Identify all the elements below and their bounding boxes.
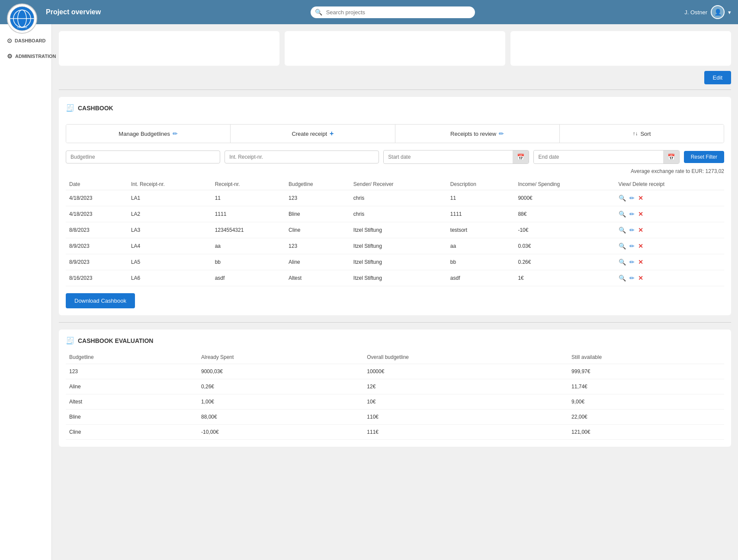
edit-receipt-icon[interactable]: ✏: [629, 211, 635, 218]
cell-budgetline: 123: [285, 190, 350, 206]
cashbook-table: Date Int. Receipt-nr. Receipt-nr. Budget…: [66, 179, 724, 286]
cell-date: 8/16/2023: [66, 270, 128, 286]
table-header-row: Date Int. Receipt-nr. Receipt-nr. Budget…: [66, 179, 724, 190]
end-date-input[interactable]: [534, 151, 663, 163]
cell-income-spending: 0.03€: [514, 238, 615, 254]
tab-sort-label: Sort: [640, 131, 651, 137]
cell-receipt-nr: asdf: [212, 270, 285, 286]
delete-receipt-icon[interactable]: ✕: [638, 243, 643, 250]
view-icon[interactable]: 🔍: [619, 211, 626, 218]
eval-cell-overall: 10€: [363, 394, 568, 410]
cell-date: 4/18/2023: [66, 190, 128, 206]
edit-receipt-icon[interactable]: ✏: [629, 259, 635, 266]
dashboard-icon: ⊙: [7, 37, 12, 44]
delete-receipt-icon[interactable]: ✕: [638, 259, 643, 266]
cell-date: 8/8/2023: [66, 222, 128, 238]
eval-table-row: Cline -10,00€ 111€ 121,00€: [66, 425, 724, 440]
cell-description: asdf: [447, 270, 515, 286]
eval-cell-budgetline: Altest: [66, 394, 198, 410]
tab-create-receipt[interactable]: Create receipt +: [231, 125, 395, 143]
col-budgetline: Budgetline: [285, 179, 350, 190]
sidebar-item-label: ADMINISTRATION: [15, 54, 56, 59]
avg-rate-label: Average exchange rate to EUR:: [631, 168, 704, 174]
user-menu[interactable]: J. Ostner 👤 ▾: [684, 5, 731, 19]
end-date-calendar-button[interactable]: 📅: [663, 150, 679, 163]
top-header: LandsAid Project overview 🔍 J. Ostner 👤 …: [0, 0, 738, 24]
cashbook-section: 🧾 CASHBOOK Manage Budgetlines ✏ Create r…: [59, 97, 731, 315]
download-cashbook-button[interactable]: Download Cashbook: [66, 293, 135, 308]
edit-button-row: Edit: [59, 71, 731, 84]
user-name: J. Ostner: [684, 9, 707, 16]
delete-receipt-icon[interactable]: ✕: [638, 211, 643, 218]
cell-receipt-nr: bb: [212, 254, 285, 270]
delete-receipt-icon[interactable]: ✕: [638, 195, 643, 202]
cell-income-spending: 9000€: [514, 190, 615, 206]
edit-button[interactable]: Edit: [704, 71, 731, 84]
edit-receipt-icon[interactable]: ✏: [629, 243, 635, 250]
cell-receipt-nr: 11: [212, 190, 285, 206]
cell-budgetline: Altest: [285, 270, 350, 286]
eval-cell-still-available: 22,00€: [568, 410, 724, 425]
table-row: 8/9/2023 LA4 aa 123 Itzel Stiftung aa 0.…: [66, 238, 724, 254]
reset-filter-button[interactable]: Reset Filter: [684, 151, 724, 163]
sidebar-item-administration[interactable]: ⚙ ADMINISTRATION: [0, 48, 51, 64]
cell-actions: 🔍 ✏ ✕: [615, 238, 724, 254]
view-icon[interactable]: 🔍: [619, 227, 626, 234]
eval-cell-overall: 111€: [363, 425, 568, 440]
table-row: 8/9/2023 LA5 bb Aline Itzel Stiftung bb …: [66, 254, 724, 270]
cashbook-header: 🧾 CASHBOOK: [66, 104, 113, 112]
edit-receipt-icon[interactable]: ✏: [629, 275, 635, 282]
view-icon[interactable]: 🔍: [619, 259, 626, 266]
tab-manage-budgetlines[interactable]: Manage Budgetlines ✏: [66, 125, 231, 143]
eval-cell-budgetline: Cline: [66, 425, 198, 440]
start-date-calendar-button[interactable]: 📅: [513, 150, 529, 163]
edit-receipt-icon[interactable]: ✏: [629, 227, 635, 234]
tab-receipts-to-review[interactable]: Receipts to review ✏: [395, 125, 560, 143]
col-receipt-nr: Receipt-nr.: [212, 179, 285, 190]
app-title: Project overview: [46, 8, 101, 16]
evaluation-icon: 🧾: [66, 336, 74, 345]
cell-description: testsort: [447, 222, 515, 238]
chevron-down-icon: ▾: [728, 9, 731, 16]
cell-income-spending: 0.26€: [514, 254, 615, 270]
cell-income-spending: -10€: [514, 222, 615, 238]
eval-col-overall: Overall budgetline: [363, 351, 568, 364]
cell-date: 8/9/2023: [66, 254, 128, 270]
evaluation-table: Budgetline Already Spent Overall budgetl…: [66, 351, 724, 440]
delete-receipt-icon[interactable]: ✕: [638, 227, 643, 234]
page-layout: ⊙ DASHBOARD ⚙ ADMINISTRATION Edit 🧾 CASH…: [0, 24, 738, 461]
cell-int-receipt-nr: LA1: [128, 190, 212, 206]
view-icon[interactable]: 🔍: [619, 275, 626, 282]
cell-int-receipt-nr: LA4: [128, 238, 212, 254]
section-divider-top: [59, 90, 731, 90]
eval-cell-already-spent: 1,00€: [198, 394, 363, 410]
table-row: 4/18/2023 LA1 11 123 chris 11 9000€ 🔍 ✏ …: [66, 190, 724, 206]
eval-cell-budgetline: Bline: [66, 410, 198, 425]
col-view-delete: View/ Delete receipt: [615, 179, 724, 190]
tab-sort[interactable]: ↑↓ Sort: [560, 125, 724, 143]
top-cards-row: [59, 31, 731, 66]
cell-sender-receiver: chris: [350, 206, 447, 222]
search-input[interactable]: [311, 6, 475, 18]
end-date-wrap: 📅: [533, 150, 679, 164]
start-date-input[interactable]: [384, 151, 513, 163]
int-receipt-filter[interactable]: [225, 150, 379, 163]
eval-table-row: Aline 0,26€ 12€ 11,74€: [66, 379, 724, 394]
cell-description: aa: [447, 238, 515, 254]
edit-receipt-icon[interactable]: ✏: [629, 195, 635, 202]
delete-receipt-icon[interactable]: ✕: [638, 275, 643, 282]
eval-cell-already-spent: 88,00€: [198, 410, 363, 425]
edit-icon: ✏: [173, 130, 178, 137]
main-content: Edit 🧾 CASHBOOK Manage Budgetlines ✏ Cre…: [52, 24, 738, 461]
cell-actions: 🔍 ✏ ✕: [615, 254, 724, 270]
eval-table-row: Altest 1,00€ 10€ 9,00€: [66, 394, 724, 410]
top-card-1: [59, 31, 279, 66]
evaluation-header: 🧾 CASHBOOK EVALUATION: [66, 336, 724, 345]
view-icon[interactable]: 🔍: [619, 243, 626, 250]
view-icon[interactable]: 🔍: [619, 195, 626, 202]
budgetline-filter[interactable]: [66, 150, 220, 163]
tab-receipts-to-review-label: Receipts to review: [450, 131, 496, 137]
eval-cell-already-spent: -10,00€: [198, 425, 363, 440]
sidebar-item-dashboard[interactable]: ⊙ DASHBOARD: [0, 33, 51, 48]
top-card-3: [510, 31, 731, 66]
